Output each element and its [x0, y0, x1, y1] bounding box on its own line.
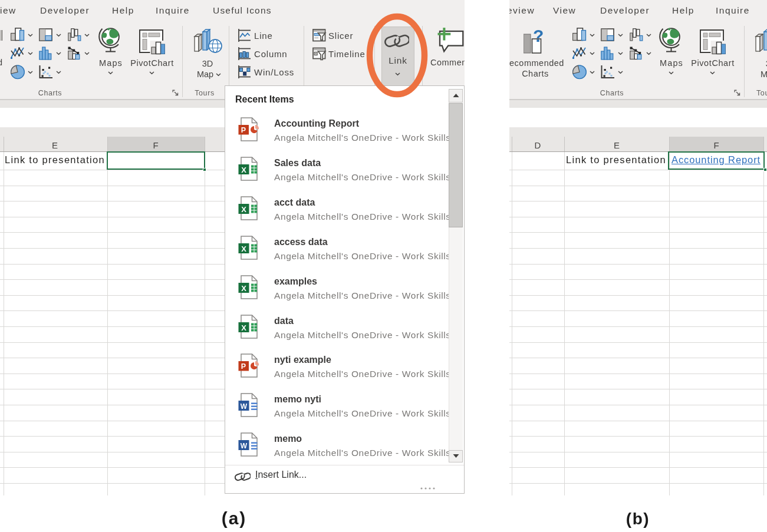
svg-text:W: W — [241, 442, 248, 450]
svg-text:W: W — [241, 402, 248, 411]
svg-text:X: X — [241, 244, 246, 253]
svg-text:X: X — [241, 284, 246, 293]
svg-text:X: X — [241, 323, 246, 332]
svg-text:X: X — [241, 166, 246, 174]
svg-text:P: P — [241, 362, 246, 371]
svg-text:X: X — [241, 205, 246, 214]
svg-text:P: P — [241, 126, 246, 134]
